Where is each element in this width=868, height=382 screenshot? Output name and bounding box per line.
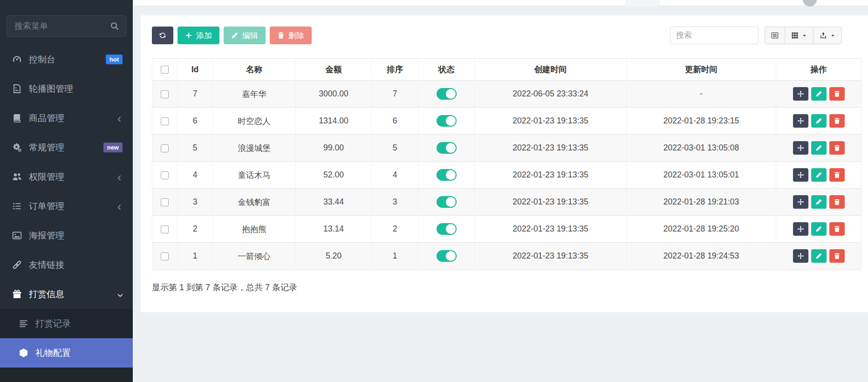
table-row: 6时空恋人1314.0062022-01-23 19:13:352022-01-…: [152, 108, 861, 135]
sidebar-item-carousel[interactable]: 轮播图管理: [0, 74, 133, 103]
edit-row-button[interactable]: [811, 249, 827, 263]
move-button[interactable]: [793, 168, 808, 182]
delete-row-button[interactable]: [829, 222, 845, 236]
row-checkbox[interactable]: [161, 90, 169, 98]
status-toggle-on[interactable]: [437, 115, 457, 127]
export-icon: [820, 32, 827, 39]
column-header-0[interactable]: Id: [178, 59, 213, 81]
table-row: 4童话木马52.0042022-01-23 19:13:352022-03-01…: [152, 162, 861, 189]
records-summary: 显示第 1 到第 7 条记录，总共 7 条记录: [152, 282, 868, 293]
status-toggle-on[interactable]: [437, 169, 457, 181]
row-name: 时空恋人: [213, 108, 296, 135]
column-header-2[interactable]: 金额: [296, 59, 372, 81]
row-actions-cell: [776, 108, 861, 135]
export-button[interactable]: [813, 27, 842, 44]
row-checkbox[interactable]: [161, 171, 169, 179]
delete-row-button[interactable]: [829, 114, 845, 128]
caret-down-icon: [830, 33, 835, 38]
column-header-1[interactable]: 名称: [213, 59, 296, 81]
select-all-checkbox[interactable]: [161, 66, 169, 74]
user-avatar[interactable]: [803, 0, 817, 7]
row-sort: 3: [372, 189, 418, 216]
pencil-icon: [815, 171, 822, 178]
sidebar-item-console[interactable]: 控制台hot: [0, 45, 133, 74]
sidebar-item-label: 订单管理: [29, 200, 116, 212]
row-id: 3: [178, 189, 213, 216]
status-toggle-on[interactable]: [437, 196, 457, 208]
row-sort: 2: [372, 216, 418, 243]
edit-row-button[interactable]: [811, 87, 827, 101]
chevron-left-icon: ‹: [116, 171, 123, 183]
column-header-4[interactable]: 状态: [418, 59, 475, 81]
move-button[interactable]: [793, 87, 808, 101]
sidebar-item-orders[interactable]: 订单管理‹: [0, 191, 133, 221]
delete-row-button[interactable]: [829, 141, 845, 155]
sidebar-subitem-gift-config[interactable]: 礼物配置: [0, 338, 133, 368]
delete-button[interactable]: 删除: [270, 27, 312, 44]
sidebar-item-permission[interactable]: 权限管理‹: [0, 162, 133, 191]
move-button[interactable]: [793, 114, 808, 128]
sidebar-item-links[interactable]: 友情链接: [0, 250, 133, 280]
status-toggle-on[interactable]: [437, 88, 457, 100]
chevron-left-icon: ‹: [116, 112, 123, 124]
sidebar-item-general[interactable]: 常规管理new: [0, 133, 133, 162]
move-button[interactable]: [793, 141, 808, 155]
app: 控制台hot轮播图管理商品管理‹常规管理new权限管理‹订单管理‹海报管理友情链…: [0, 0, 868, 382]
delete-row-button[interactable]: [829, 249, 845, 263]
delete-row-button[interactable]: [829, 87, 845, 101]
detail-view-button[interactable]: [765, 27, 785, 44]
move-button[interactable]: [793, 222, 808, 236]
move-button[interactable]: [793, 249, 808, 263]
pencil-icon: [815, 225, 822, 232]
column-header-3[interactable]: 排序: [372, 59, 418, 81]
delete-row-button[interactable]: [829, 195, 845, 209]
add-button[interactable]: 添加: [178, 27, 219, 44]
row-amount: 13.14: [296, 216, 372, 243]
edit-row-button[interactable]: [811, 141, 827, 155]
sidebar-item-label: 权限管理: [29, 171, 116, 183]
refresh-button[interactable]: [152, 27, 173, 44]
sidebar-subitem-label: 打赏记录: [35, 318, 123, 330]
row-checkbox[interactable]: [161, 252, 169, 260]
row-actions-cell: [776, 162, 861, 189]
edit-row-button[interactable]: [811, 114, 827, 128]
row-status-cell: [418, 135, 475, 162]
table-search-input[interactable]: [670, 27, 759, 44]
view-button-group: [765, 27, 842, 44]
row-checkbox[interactable]: [161, 117, 169, 125]
status-toggle-on[interactable]: [437, 250, 457, 262]
row-updated: 2022-01-28 19:21:03: [627, 189, 776, 216]
row-amount: 52.00: [296, 162, 372, 189]
row-checkbox[interactable]: [161, 198, 169, 206]
delete-row-button[interactable]: [829, 168, 845, 182]
topbar-tab[interactable]: [626, 0, 659, 7]
edit-row-button[interactable]: [811, 168, 827, 182]
row-status-cell: [418, 162, 475, 189]
menu-search-input[interactable]: [7, 15, 126, 37]
row-id: 6: [178, 108, 213, 135]
column-header-6[interactable]: 更新时间: [627, 59, 776, 81]
edit-row-button[interactable]: [811, 195, 827, 209]
sidebar-item-goods[interactable]: 商品管理‹: [0, 103, 133, 133]
row-checkbox[interactable]: [161, 144, 169, 152]
row-id: 2: [178, 216, 213, 243]
move-button[interactable]: [793, 195, 808, 209]
row-created: 2022-01-23 19:13:35: [475, 216, 627, 243]
trash-icon: [834, 252, 841, 259]
edit-row-button[interactable]: [811, 222, 827, 236]
caret-down-icon: [802, 33, 807, 38]
row-checkbox[interactable]: [161, 225, 169, 233]
columns-toggle-button[interactable]: [785, 27, 813, 44]
status-toggle-on[interactable]: [437, 142, 457, 154]
sidebar-subitem-reward-records[interactable]: 打赏记录: [0, 309, 133, 338]
gift-icon: [12, 289, 22, 299]
column-header-7[interactable]: 操作: [776, 59, 861, 81]
table-row: 1一箭倾心5.2012022-01-23 19:13:352022-01-28 …: [152, 243, 861, 270]
sidebar-item-rewards[interactable]: 打赏信息‹: [0, 280, 133, 309]
row-updated: 2022-01-28 19:24:53: [627, 243, 776, 270]
move-icon: [797, 117, 804, 124]
edit-button[interactable]: 编辑: [224, 27, 266, 44]
column-header-5[interactable]: 创建时间: [475, 59, 627, 81]
sidebar-item-posters[interactable]: 海报管理: [0, 221, 133, 250]
status-toggle-on[interactable]: [437, 223, 457, 235]
